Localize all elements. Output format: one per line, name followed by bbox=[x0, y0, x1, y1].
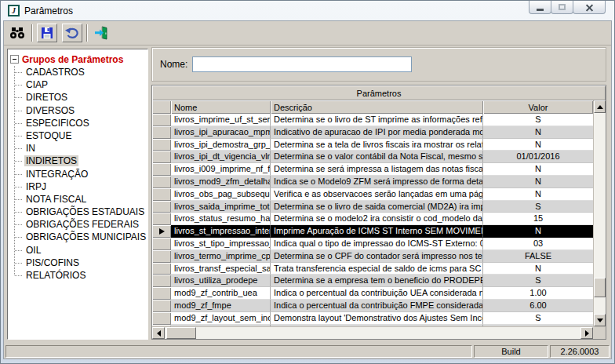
row-selector[interactable] bbox=[152, 213, 171, 225]
vertical-scroll-thumb[interactable] bbox=[594, 278, 606, 297]
maximize-button[interactable] bbox=[551, 1, 573, 14]
table-row[interactable]: livros_status_resumo_hash_codiDetermina … bbox=[152, 213, 593, 225]
cell-nome[interactable]: livros_status_resumo_hash_codi bbox=[171, 213, 271, 225]
table-row[interactable]: livros_ipi_demostra_grp_telaDetermina se… bbox=[152, 139, 593, 151]
cell-nome[interactable]: livros_i009_imprime_nf_fora_seq bbox=[171, 163, 271, 176]
row-selector[interactable] bbox=[152, 312, 171, 325]
horizontal-scroll-thumb[interactable] bbox=[166, 327, 196, 339]
cell-descricao[interactable]: Determina se o livro de saida comercial … bbox=[271, 201, 483, 213]
row-selector[interactable] bbox=[152, 300, 171, 312]
scroll-right-button[interactable] bbox=[580, 327, 593, 339]
cell-nome[interactable]: mod9_zf_fmpe bbox=[171, 300, 271, 312]
vertical-scroll-track[interactable] bbox=[594, 113, 606, 314]
row-selector[interactable] bbox=[152, 126, 171, 139]
tree-item-diretos[interactable]: DIRETOS bbox=[14, 91, 146, 104]
save-button[interactable] bbox=[37, 24, 57, 42]
row-selector[interactable] bbox=[152, 263, 171, 275]
scroll-left-button[interactable] bbox=[152, 327, 165, 339]
horizontal-scroll-track[interactable] bbox=[165, 327, 580, 339]
cell-nome[interactable]: livros_obs_pag_subsequente bbox=[171, 188, 271, 201]
row-selector[interactable] bbox=[152, 176, 171, 188]
cell-valor[interactable]: 1.00 bbox=[483, 287, 593, 300]
tree-item-pis-cofins[interactable]: PIS/COFINS bbox=[14, 257, 146, 269]
cell-nome[interactable]: mod9_zf_contrib_uea bbox=[171, 287, 271, 300]
row-selector[interactable] bbox=[152, 287, 171, 300]
cell-nome[interactable]: livros_ipi_demostra_grp_tela bbox=[171, 139, 271, 151]
row-selector[interactable] bbox=[152, 250, 171, 263]
vertical-scrollbar[interactable] bbox=[593, 100, 606, 326]
cell-descricao[interactable]: Imprime Apuração de ICMS ST Interno SEM … bbox=[271, 225, 483, 238]
cell-nome[interactable]: livros_transf_especial_saldo_icm bbox=[171, 263, 271, 275]
table-row[interactable]: mod9_zf_contrib_ueaIndica o percentual d… bbox=[152, 287, 593, 300]
tree-item-obriga-es-federais[interactable]: OBRIGAÇÕES FEDERAIS bbox=[14, 218, 146, 231]
minimize-button[interactable] bbox=[529, 1, 551, 14]
tree-root[interactable]: Grupos de Parâmetros bbox=[9, 53, 146, 66]
table-row[interactable]: mod9_zf_layout_sem_incentivoDemonstra la… bbox=[152, 312, 593, 325]
cell-nome[interactable]: livros_saida_imprime_totais bbox=[171, 201, 271, 213]
cell-valor[interactable]: 01/01/2016 bbox=[483, 151, 593, 163]
cell-valor[interactable]: 6.00 bbox=[483, 300, 593, 312]
tree-item-cadastros[interactable]: CADASTROS bbox=[14, 66, 146, 78]
horizontal-scrollbar[interactable] bbox=[152, 326, 606, 339]
cell-valor[interactable]: FALSE bbox=[483, 250, 593, 263]
cell-descricao[interactable]: Determina se a empresa tem o beneficio d… bbox=[271, 275, 483, 287]
cell-nome[interactable]: livros_mod9_zfm_detalhado bbox=[171, 176, 271, 188]
tree-item-integra-o[interactable]: INTEGRAÇÃO bbox=[14, 168, 146, 180]
cell-descricao[interactable]: Determina se a tela de livros fiscais ir… bbox=[271, 139, 483, 151]
table-row[interactable]: livros_utiliza_prodepeDetermina se a emp… bbox=[152, 275, 593, 287]
row-selector[interactable] bbox=[152, 188, 171, 201]
tree-item-nota-fiscal[interactable]: NOTA FISCAL bbox=[14, 193, 146, 206]
cell-valor[interactable]: N bbox=[483, 188, 593, 201]
table-row[interactable]: livros_obs_pag_subsequenteVerifica e as … bbox=[152, 188, 593, 201]
cell-valor[interactable]: N bbox=[483, 126, 593, 139]
cell-valor[interactable]: N bbox=[483, 176, 593, 188]
tree-item-in[interactable]: IN bbox=[14, 142, 146, 155]
tree-item-especificos[interactable]: ESPECIFICOS bbox=[14, 117, 146, 129]
cell-descricao[interactable]: Determina se o livro de ST imprime as in… bbox=[271, 114, 483, 126]
column-header-nome[interactable]: Nome bbox=[171, 100, 271, 114]
cell-descricao[interactable]: Indica se o Modelo9 ZFM será impresso de… bbox=[271, 176, 483, 188]
cell-nome[interactable]: livros_st_tipo_impressao_interes bbox=[171, 238, 271, 250]
cell-valor[interactable]: 03 bbox=[483, 238, 593, 250]
cell-descricao[interactable]: Determina se o valor contábil da Nota Fi… bbox=[271, 151, 483, 163]
row-selector[interactable] bbox=[152, 139, 171, 151]
row-selector[interactable] bbox=[152, 238, 171, 250]
cell-descricao[interactable]: Determina se o modelo2 ira consistir o c… bbox=[271, 213, 483, 225]
table-row[interactable]: livros_termo_imprime_cpf_contaDetermina … bbox=[152, 250, 593, 263]
column-header-valor[interactable]: Valor bbox=[483, 100, 593, 114]
cell-valor[interactable]: N bbox=[483, 225, 593, 238]
table-row[interactable]: livros_i009_imprime_nf_fora_seqDetermina… bbox=[152, 163, 593, 176]
cell-descricao[interactable]: Trata transferencia especial de saldo de… bbox=[271, 263, 483, 275]
close-button[interactable] bbox=[573, 1, 606, 14]
tree-item-relat-rios[interactable]: RELATÓRIOS bbox=[14, 269, 146, 282]
row-selector[interactable] bbox=[152, 225, 171, 238]
tree-item-indiretos[interactable]: INDIRETOS bbox=[14, 155, 146, 167]
cell-valor[interactable]: S bbox=[483, 275, 593, 287]
cell-descricao[interactable]: Indica qual o tipo de impressao do ICMS-… bbox=[271, 238, 483, 250]
tree-item-ciap[interactable]: CIAP bbox=[14, 78, 146, 91]
cell-descricao[interactable]: Determina se será impressa a listagem da… bbox=[271, 163, 483, 176]
cell-nome[interactable]: livros_utiliza_prodepe bbox=[171, 275, 271, 287]
tree-item-oil[interactable]: OIL bbox=[14, 244, 146, 257]
name-filter-input[interactable] bbox=[192, 56, 412, 72]
cell-valor[interactable]: S bbox=[483, 114, 593, 126]
tree-item-obriga-es-estaduais[interactable]: OBRIGAÇÕES ESTADUAIS bbox=[14, 206, 146, 218]
table-row[interactable]: livros_ipi_apuracao_mpmIndicativo de apu… bbox=[152, 126, 593, 139]
table-row[interactable]: livros_transf_especial_saldo_icmTrata tr… bbox=[152, 263, 593, 275]
cell-valor[interactable]: N bbox=[483, 263, 593, 275]
cell-valor[interactable]: S bbox=[483, 312, 593, 325]
cell-descricao[interactable]: Determina se o CPF do contador será impr… bbox=[271, 250, 483, 263]
row-selector[interactable] bbox=[152, 114, 171, 126]
row-selector[interactable] bbox=[152, 163, 171, 176]
collapse-icon[interactable] bbox=[10, 55, 19, 64]
undo-button[interactable] bbox=[62, 24, 82, 42]
tree-item-irpj[interactable]: IRPJ bbox=[14, 180, 146, 193]
table-row[interactable]: livros_mod9_zfm_detalhadoIndica se o Mod… bbox=[152, 176, 593, 188]
cell-valor[interactable]: 15 bbox=[483, 213, 593, 225]
table-row[interactable]: livros_ipi_dt_vigencia_vlr_contabDetermi… bbox=[152, 151, 593, 163]
table-row[interactable]: livros_st_tipo_impressao_interesIndica q… bbox=[152, 238, 593, 250]
tree-item-estoque[interactable]: ESTOQUE bbox=[14, 129, 146, 142]
table-row[interactable]: mod9_zf_fmpeIndica o percentual da contr… bbox=[152, 300, 593, 312]
cell-nome[interactable]: livros_st_impressao_interno bbox=[171, 225, 271, 238]
scroll-down-button[interactable] bbox=[594, 314, 606, 326]
